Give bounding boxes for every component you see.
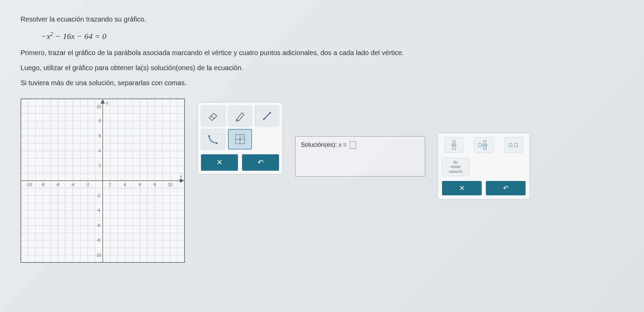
svg-text:10: 10: [168, 182, 173, 187]
svg-rect-78: [483, 147, 486, 150]
step-2: Luego, utilizar el gráfico para obtener …: [21, 62, 623, 73]
grid-point-icon: ×: [233, 133, 247, 146]
eraser-icon: [206, 109, 219, 122]
grid-point-tool[interactable]: ×: [228, 129, 252, 150]
svg-text:-4: -4: [71, 182, 75, 187]
tool-palette: × ✕ ↶: [197, 102, 283, 174]
svg-point-65: [209, 135, 210, 137]
svg-text:8: 8: [99, 118, 101, 123]
no-solution-button[interactable]: No existe solución: [442, 158, 469, 176]
x-icon: ✕: [459, 184, 465, 192]
y-axis-label: y: [106, 100, 108, 105]
line-tool[interactable]: [255, 106, 279, 126]
svg-text:6: 6: [99, 133, 101, 138]
solution-label: Solución(es):: [301, 141, 339, 148]
curve-tool[interactable]: [201, 129, 225, 150]
problem-intro: Resolver la ecuación trazando su gráfico…: [21, 14, 623, 25]
work-area: y x -10 -8 -6 -4 -2 2 4 6 8 10 -10 -8 -6…: [21, 99, 623, 263]
fraction-button[interactable]: [444, 137, 464, 153]
svg-text:4: 4: [124, 182, 126, 187]
x-axis-label: x: [180, 174, 182, 179]
undo-icon: ↶: [503, 184, 509, 192]
fraction-icon: [448, 139, 460, 151]
svg-text:-8: -8: [97, 238, 100, 243]
step-1: Primero, trazar el gráfico de la parábol…: [21, 47, 623, 58]
curve-icon: [206, 133, 219, 146]
clear-answer-button[interactable]: ✕: [442, 181, 482, 195]
svg-rect-75: [479, 143, 481, 147]
solution-var: x: [339, 141, 341, 148]
solution-panel: Solución(es): x =: [295, 136, 425, 177]
mixed-fraction-button[interactable]: [474, 137, 493, 153]
svg-text:-6: -6: [56, 182, 60, 187]
svg-rect-72: [453, 141, 455, 143]
svg-text:-10: -10: [95, 253, 101, 258]
svg-point-66: [216, 142, 218, 144]
undo-icon: ↶: [257, 158, 264, 167]
svg-text:-6: -6: [97, 223, 100, 228]
line-icon: [261, 109, 274, 122]
svg-marker-40: [180, 179, 184, 182]
svg-point-71: [239, 139, 241, 140]
svg-rect-79: [509, 143, 512, 147]
equation: −x2 − 16x − 64 = 0: [41, 31, 623, 41]
step-3: Si tuviera más de una solución, separarl…: [21, 77, 623, 88]
svg-text:-4: -4: [97, 208, 100, 213]
svg-rect-81: [515, 143, 517, 147]
x-icon: ✕: [216, 158, 223, 167]
svg-marker-41: [101, 100, 104, 103]
answer-input[interactable]: [350, 141, 356, 149]
list-icon: , …: [508, 139, 519, 151]
svg-text:4: 4: [99, 148, 101, 153]
keypad-panel: , … No existe solución ✕ ↶: [438, 133, 530, 200]
svg-text:,: ,: [513, 143, 514, 148]
svg-text:×: ×: [242, 135, 244, 139]
equals-sign: =: [343, 141, 349, 148]
eraser-tool[interactable]: [201, 106, 225, 126]
pencil-tool[interactable]: [228, 106, 252, 126]
coordinate-grid[interactable]: y x -10 -8 -6 -4 -2 2 4 6 8 10 -10 -8 -6…: [21, 99, 184, 262]
svg-text:8: 8: [154, 182, 156, 187]
reset-answer-button[interactable]: ↶: [486, 181, 526, 195]
clear-graph-button[interactable]: ✕: [201, 154, 238, 171]
mixed-fraction-icon: [478, 139, 490, 151]
svg-text:10: 10: [97, 104, 101, 109]
svg-text:-2: -2: [86, 182, 89, 187]
graph-panel[interactable]: y x -10 -8 -6 -4 -2 2 4 6 8 10 -10 -8 -6…: [21, 99, 185, 263]
svg-text:2: 2: [109, 182, 111, 187]
list-button[interactable]: , …: [504, 137, 523, 153]
svg-text:-10: -10: [26, 182, 32, 187]
svg-text:-2: -2: [97, 193, 100, 198]
reset-graph-button[interactable]: ↶: [242, 154, 279, 171]
svg-text:2: 2: [99, 163, 101, 168]
svg-rect-74: [453, 147, 455, 150]
svg-text:…: …: [518, 145, 519, 148]
svg-text:-8: -8: [41, 182, 45, 187]
svg-rect-76: [483, 141, 486, 143]
pencil-icon: [233, 109, 247, 122]
svg-text:6: 6: [139, 182, 141, 187]
